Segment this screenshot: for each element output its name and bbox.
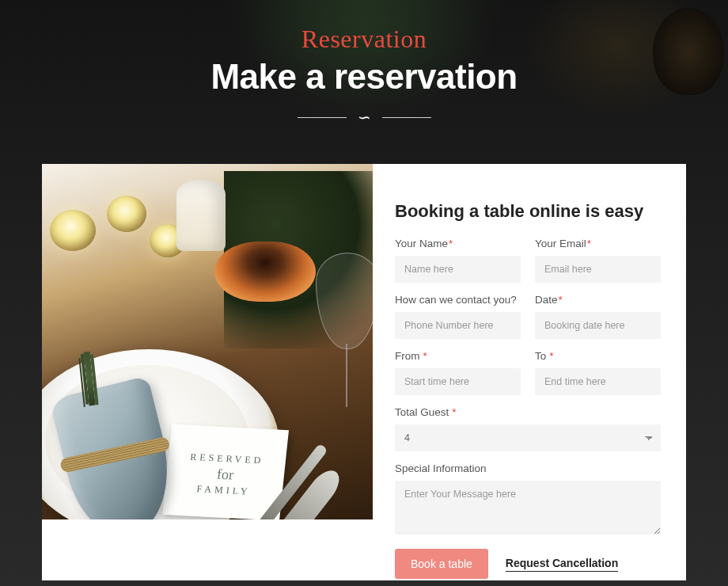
field-date: Date* — [535, 294, 661, 339]
label-email: Your Email* — [535, 238, 661, 249]
label-name: Your Name* — [395, 238, 521, 249]
book-table-button[interactable]: Book a table — [395, 549, 488, 579]
reservation-card: RESERVED for FAMILY Booking a table onli… — [42, 164, 686, 580]
reservation-form: Booking a table online is easy Your Name… — [373, 164, 686, 580]
section-script-label: Reservation — [0, 25, 728, 54]
form-title: Booking a table online is easy — [395, 201, 661, 222]
divider-line-left — [298, 117, 347, 118]
card-image: RESERVED for FAMILY — [42, 164, 373, 519]
page-header: Reservation Make a reservation ∽ — [0, 0, 728, 125]
reserved-text-line2: FAMILY — [196, 483, 251, 497]
label-contact: How can we contact you? — [395, 294, 521, 306]
name-input[interactable] — [395, 256, 521, 283]
field-from: From* — [395, 350, 521, 395]
from-input[interactable] — [395, 368, 521, 395]
label-date: Date* — [535, 294, 661, 306]
request-cancellation-link[interactable]: Request Cancellation — [506, 557, 618, 572]
divider-ornament-icon: ∽ — [358, 109, 371, 125]
reserved-text-for: for — [216, 466, 234, 483]
field-name: Your Name* — [395, 238, 521, 283]
wineglass-icon — [311, 253, 373, 427]
field-email: Your Email* — [535, 238, 661, 283]
to-input[interactable] — [535, 368, 661, 395]
label-from: From* — [395, 350, 521, 362]
form-actions: Book a table Request Cancellation — [395, 549, 661, 579]
title-divider: ∽ — [0, 109, 728, 125]
email-input[interactable] — [535, 256, 661, 283]
label-to: To* — [535, 350, 661, 362]
divider-line-right — [382, 117, 431, 118]
guests-select[interactable]: 4 — [395, 424, 661, 451]
special-textarea[interactable] — [395, 481, 661, 535]
label-special: Special Information — [395, 462, 661, 474]
copper-bowl-icon — [214, 242, 316, 302]
pillar-candle-icon — [176, 180, 226, 251]
field-special: Special Information — [395, 462, 661, 535]
contact-input[interactable] — [395, 312, 521, 339]
reserved-text-line1: RESERVED — [189, 451, 264, 467]
field-to: To* — [535, 350, 661, 395]
page-title: Make a reservation — [0, 57, 728, 97]
label-guests: Total Guest* — [395, 406, 661, 418]
field-guests: Total Guest* 4 — [395, 406, 661, 451]
candle-icon — [50, 210, 96, 251]
candle-icon — [107, 196, 146, 232]
field-contact: How can we contact you? — [395, 294, 521, 339]
date-input[interactable] — [535, 312, 661, 339]
